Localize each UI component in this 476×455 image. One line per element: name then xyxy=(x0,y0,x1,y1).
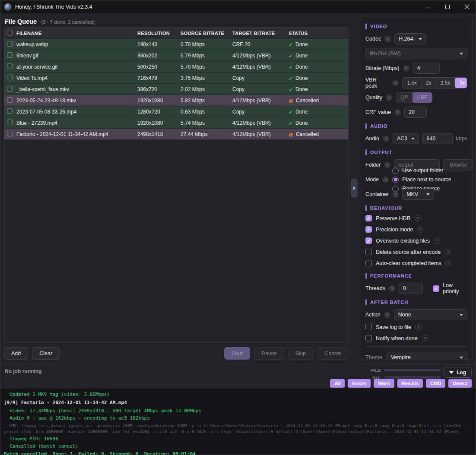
encoder-select[interactable]: libx264 (SW) xyxy=(365,48,467,59)
vbr-option-2x[interactable]: 2x xyxy=(422,78,436,88)
log-output[interactable]: Updated 1 MKV tag (video: 3.86Mbps)[9/9]… xyxy=(0,389,476,455)
cell-resolution: 1920x1080 xyxy=(137,120,181,126)
table-row[interactable]: 2024-05-24 23-49-18.mkv1920x10805.82 Mbp… xyxy=(4,95,348,106)
container-help-icon[interactable] xyxy=(392,191,399,198)
filter-button-results[interactable]: Results xyxy=(397,379,423,388)
row-checkbox[interactable] xyxy=(7,131,13,136)
quality-help-icon[interactable] xyxy=(386,95,392,101)
bitrate-label: Bitrate (Mbps) xyxy=(365,65,400,71)
mode-radio-1[interactable]: Place next to source xyxy=(392,176,451,184)
quality-option-crf[interactable]: CRF xyxy=(413,92,432,103)
behaviour-option-label: Overwrite existing files xyxy=(376,238,430,244)
behaviour-option-0[interactable]: Preserve HDR xyxy=(365,215,467,221)
after-batch-option-0[interactable]: Save log to file xyxy=(365,324,467,330)
behaviour-option-1[interactable]: Precision mode xyxy=(365,226,467,233)
cell-target-bitrate: Copy xyxy=(232,86,289,92)
behaviour-option-help-icon[interactable] xyxy=(445,260,451,266)
table-row[interactable]: Blue - 27239.mp41920x10805.74 Mbps4/12Mb… xyxy=(4,117,348,129)
after-batch-option-1[interactable]: Notify when done xyxy=(365,335,467,341)
log-toggle-button[interactable]: Log xyxy=(444,367,472,378)
vbr-option-1.5x[interactable]: 1.5x xyxy=(403,78,422,88)
behaviour-option-help-icon[interactable] xyxy=(417,226,423,233)
audio-bitrate-input[interactable] xyxy=(422,133,453,144)
filter-button-detect[interactable]: Detect xyxy=(448,379,472,388)
behaviour-option-help-icon[interactable] xyxy=(444,249,451,255)
row-checkbox[interactable] xyxy=(7,52,13,58)
behaviour-option-4[interactable]: Auto-clear completed items xyxy=(365,260,467,266)
start-button[interactable]: Start xyxy=(224,347,250,360)
filter-button-all[interactable]: All xyxy=(330,379,345,388)
crf-help-icon[interactable] xyxy=(394,109,401,116)
select-all-checkbox[interactable] xyxy=(7,30,13,35)
audio-help-icon[interactable] xyxy=(383,136,389,142)
chevron-down-icon xyxy=(460,357,463,359)
maximize-button[interactable] xyxy=(438,0,457,13)
threads-input[interactable] xyxy=(399,283,423,294)
container-select[interactable]: MKV xyxy=(402,189,434,200)
audio-codec-select[interactable]: AC3 xyxy=(393,133,419,144)
filter-button-cmd[interactable]: CMD xyxy=(426,379,445,388)
table-row[interactable]: Factorio - 2024-12-01 11-34-42 AM.mp4249… xyxy=(4,129,348,140)
skip-button[interactable]: Skip xyxy=(288,347,313,360)
table-row[interactable]: wakeup.webp190x1430.70 MbpsCRF 20Done xyxy=(4,39,348,50)
table-row[interactable]: 6hleov.gif360x2025.79 Mbps4/12Mbps (VBR)… xyxy=(4,50,348,61)
row-checkbox[interactable] xyxy=(7,97,13,103)
action-select[interactable]: None xyxy=(394,309,467,320)
row-checkbox[interactable] xyxy=(7,120,13,125)
add-button[interactable]: Add xyxy=(4,347,28,360)
row-checkbox[interactable] xyxy=(7,63,13,69)
minimize-button[interactable] xyxy=(418,0,438,13)
cell-resolution: 716x478 xyxy=(137,75,181,81)
container-label: Container xyxy=(365,191,389,197)
bitrate-help-icon[interactable] xyxy=(403,65,409,72)
table-row[interactable]: Video Ts.mp4716x4783.75 MbpsCopyDone xyxy=(4,73,348,84)
folder-help-icon[interactable] xyxy=(384,162,390,168)
action-help-icon[interactable] xyxy=(384,312,390,318)
cell-target-bitrate: Copy xyxy=(232,75,289,81)
column-source-bitrate: SOURCE BITRATE xyxy=(181,31,232,36)
threads-help-icon[interactable] xyxy=(389,285,395,292)
filter-button-errors[interactable]: Errors xyxy=(348,379,371,388)
filter-button-warn[interactable]: Warn xyxy=(374,379,394,388)
crf-input[interactable] xyxy=(404,107,427,118)
quality-option-qp[interactable]: QP xyxy=(396,92,413,103)
low-priority-checkbox[interactable] xyxy=(433,285,439,292)
file-queue-panel: File Queue (9 - 7 done, 2 cancelled) FIL… xyxy=(0,13,349,364)
behaviour-option-help-icon[interactable] xyxy=(415,215,421,221)
mode-help-icon[interactable] xyxy=(382,177,389,183)
row-checkbox[interactable] xyxy=(7,41,13,47)
table-row[interactable]: 2023-07-05 08-33-26.mp41280x7200.63 Mbps… xyxy=(4,106,348,117)
row-checkbox[interactable] xyxy=(7,86,13,92)
bitrate-input[interactable] xyxy=(413,63,440,74)
behaviour-option-2[interactable]: Overwrite existing files xyxy=(365,237,467,244)
cell-source-bitrate: 27.44 Mbps xyxy=(181,131,232,137)
behaviour-option-3[interactable]: Delete source after encode xyxy=(365,249,467,255)
after-batch-option-help-icon[interactable] xyxy=(415,324,422,330)
vbr-option-3x[interactable]: 3x xyxy=(455,78,467,88)
behaviour-option-help-icon[interactable] xyxy=(434,237,440,244)
audio-bitrate-unit: kbps xyxy=(456,136,467,142)
after-batch-option-help-icon[interactable] xyxy=(422,335,428,341)
codec-help-icon[interactable] xyxy=(384,36,391,42)
close-button[interactable] xyxy=(457,0,476,13)
clear-button[interactable]: Clear xyxy=(32,347,60,360)
file-progress-label: FILE xyxy=(371,368,381,373)
row-checkbox[interactable] xyxy=(7,108,13,114)
table-row[interactable]: _bella-scemi_face.mkv386x7202.02 MbpsCop… xyxy=(4,84,348,95)
codec-select[interactable]: H.264 xyxy=(394,33,426,44)
vbr-option-2.5x[interactable]: 2.5x xyxy=(436,78,455,88)
table-row[interactable]: at-your-service.gif500x2505.70 Mbps4/12M… xyxy=(4,61,348,73)
mode-radio-0[interactable]: Use output folder xyxy=(392,167,451,175)
vbr-peak-help-icon[interactable] xyxy=(392,80,399,86)
done-check-icon xyxy=(289,85,293,93)
row-checkbox[interactable] xyxy=(7,75,13,80)
pause-button[interactable]: Pause xyxy=(254,347,284,360)
cancel-button[interactable]: Cancel xyxy=(317,347,349,360)
column-filename: FILENAME xyxy=(16,31,137,36)
log-line-info: Cancelled (batch cancel) xyxy=(0,442,476,450)
cancelled-icon xyxy=(289,97,293,104)
theme-select[interactable]: Vempire xyxy=(387,352,467,360)
quality-segments: QPCRF xyxy=(396,92,432,103)
sidebar-collapse-handle[interactable] xyxy=(351,179,358,198)
queue-summary: (9 - 7 done, 2 cancelled) xyxy=(41,19,95,25)
